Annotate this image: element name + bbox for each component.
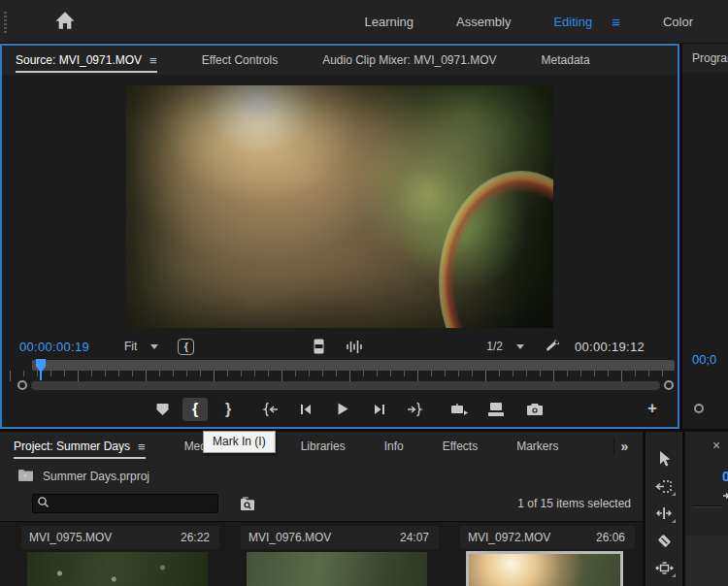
search-box[interactable] — [32, 494, 218, 513]
program-current-timecode[interactable]: 00;0 — [692, 352, 716, 367]
playback-resolution-dropdown[interactable]: 1/2 — [479, 338, 532, 355]
timeline-track-area — [685, 536, 728, 586]
tab-metadata[interactable]: Metadata — [542, 46, 590, 75]
search-icon — [37, 496, 50, 511]
source-tabbar: Source: MVI_0971.MOV ≡ Effect Controls A… — [2, 46, 678, 75]
workspace-tab-assembly[interactable]: Assembly — [456, 15, 511, 29]
breadcrumb: Summer Days.prproj — [0, 464, 643, 489]
add-marker-button[interactable] — [149, 398, 175, 421]
workspace-tab-color[interactable]: Color — [663, 15, 693, 29]
program-viewport: 00;0 — [682, 73, 728, 429]
mark-out-button[interactable]: } — [215, 398, 241, 421]
source-monitor-viewport — [2, 75, 678, 334]
tab-libraries[interactable]: Libraries — [301, 432, 346, 461]
tooltip: Mark In (I) — [203, 431, 276, 453]
zoom-handle-left[interactable] — [17, 380, 27, 390]
selection-status: 1 of 15 items selected — [517, 497, 631, 510]
go-to-in-button[interactable] — [258, 398, 283, 421]
drag-audio-only-icon[interactable] — [344, 337, 365, 356]
clip-list: MVI_0975.MOV 26:22 MVI_0976.MOV 24:07 MV… — [0, 521, 643, 586]
program-monitor-panel: Program 00;0 — [682, 44, 728, 429]
tab-overflow-chevron[interactable]: » — [613, 438, 635, 455]
chevron-down-icon — [516, 344, 524, 349]
project-panel: Project: Summer Days ≡ Media Browser Lib… — [0, 432, 643, 586]
clip-name: MVI_0972.MOV — [468, 531, 550, 544]
source-controls-bar: 00:00:00:19 Fit { 1/2 00:00:19:12 — [2, 334, 678, 359]
clip-name: MVI_0975.MOV — [29, 531, 112, 544]
tab-program[interactable]: Program — [692, 51, 728, 65]
razor-tool[interactable] — [645, 527, 682, 554]
zoom-level-dropdown[interactable]: Fit — [116, 338, 166, 355]
panel-menu-icon[interactable]: ≡ — [149, 53, 157, 68]
step-forward-button[interactable] — [367, 398, 392, 421]
clip-duration: 26:22 — [181, 531, 210, 544]
tab-markers[interactable]: Markers — [516, 432, 558, 461]
tab-effect-controls[interactable]: Effect Controls — [202, 46, 278, 75]
clip-item-selected[interactable]: MVI_0972.MOV 26:06 — [460, 526, 635, 586]
clip-item[interactable]: MVI_0976.MOV 24:07 — [241, 526, 439, 586]
clip-item[interactable]: MVI_0975.MOV 26:22 — [21, 526, 219, 586]
workspace-menu-icon[interactable]: ≡ — [612, 14, 620, 30]
button-editor-plus[interactable]: + — [641, 397, 664, 420]
source-zoom-scrollbar[interactable] — [2, 377, 678, 393]
project-root-icon[interactable] — [17, 469, 33, 484]
breadcrumb-filename[interactable]: Summer Days.prproj — [43, 470, 149, 483]
play-button[interactable] — [330, 398, 355, 421]
clip-thumbnail[interactable] — [27, 552, 208, 586]
source-in-out-duration: 00:00:19:12 — [575, 340, 645, 354]
clip-duration: 24:07 — [400, 531, 429, 544]
chevron-down-icon — [150, 344, 158, 349]
clip-thumbnail[interactable] — [466, 551, 623, 586]
tools-panel — [645, 432, 682, 586]
clip-name: MVI_0976.MOV — [248, 531, 331, 544]
drag-video-only-icon[interactable] — [309, 337, 330, 356]
search-bin-icon[interactable] — [238, 494, 257, 513]
track-select-tool[interactable] — [645, 472, 682, 500]
insert-button[interactable] — [447, 398, 472, 421]
mark-in-button[interactable]: { — [182, 398, 208, 421]
tab-project[interactable]: Project: Summer Days ≡ — [14, 432, 146, 461]
selection-tool[interactable] — [645, 445, 682, 472]
ripple-edit-tool[interactable] — [645, 500, 682, 527]
home-button[interactable] — [51, 9, 79, 34]
app-header: Learning Assembly Editing ≡ Color — [0, 0, 728, 44]
mini-timeline-bar[interactable] — [32, 360, 675, 371]
source-current-timecode[interactable]: 00:00:00:19 — [19, 340, 89, 354]
transport-controls: { } — [2, 393, 678, 425]
panel-grip — [4, 12, 7, 33]
timeline-timecode-partial[interactable]: 0 — [722, 469, 728, 484]
timeline-icon-partial — [722, 490, 728, 502]
in-out-bracket-button[interactable]: { — [178, 339, 194, 355]
workspace-tab-editing[interactable]: Editing — [553, 15, 592, 29]
workspace-tab-learning[interactable]: Learning — [364, 15, 414, 29]
timeline-panel-partial: × 0 — [685, 432, 728, 586]
tab-effects[interactable]: Effects — [443, 432, 478, 461]
settings-wrench-icon[interactable] — [542, 337, 563, 356]
home-icon — [53, 10, 77, 34]
zoom-handle-right[interactable] — [664, 380, 674, 390]
tab-audio-clip-mixer[interactable]: Audio Clip Mixer: MVI_0971.MOV — [322, 46, 496, 75]
tab-info[interactable]: Info — [384, 432, 404, 461]
workspace-tabs: Learning Assembly Editing ≡ Color — [364, 0, 728, 44]
source-scrubber[interactable] — [2, 359, 678, 377]
lens-flare — [439, 171, 553, 328]
search-row: 1 of 15 items selected — [0, 493, 643, 516]
clip-duration: 26:06 — [596, 531, 625, 544]
tab-source[interactable]: Source: MVI_0971.MOV ≡ — [16, 46, 157, 75]
scrollbar-track[interactable] — [31, 381, 660, 390]
search-input[interactable] — [53, 497, 209, 510]
source-monitor-panel: Source: MVI_0971.MOV ≡ Effect Controls A… — [0, 44, 679, 429]
timeline-divider — [693, 505, 722, 507]
close-icon[interactable]: × — [712, 438, 720, 453]
source-video-frame[interactable] — [126, 85, 553, 328]
clip-thumbnail[interactable] — [247, 552, 427, 586]
export-frame-button[interactable] — [522, 398, 547, 421]
program-zoom-handle[interactable] — [694, 404, 704, 413]
overwrite-button[interactable] — [483, 398, 509, 421]
project-tabbar: Project: Summer Days ≡ Media Browser Lib… — [0, 432, 643, 461]
go-to-out-button[interactable] — [402, 398, 427, 421]
panel-menu-icon[interactable]: ≡ — [138, 440, 146, 454]
slip-tool[interactable] — [645, 554, 682, 581]
step-back-button[interactable] — [293, 398, 318, 421]
